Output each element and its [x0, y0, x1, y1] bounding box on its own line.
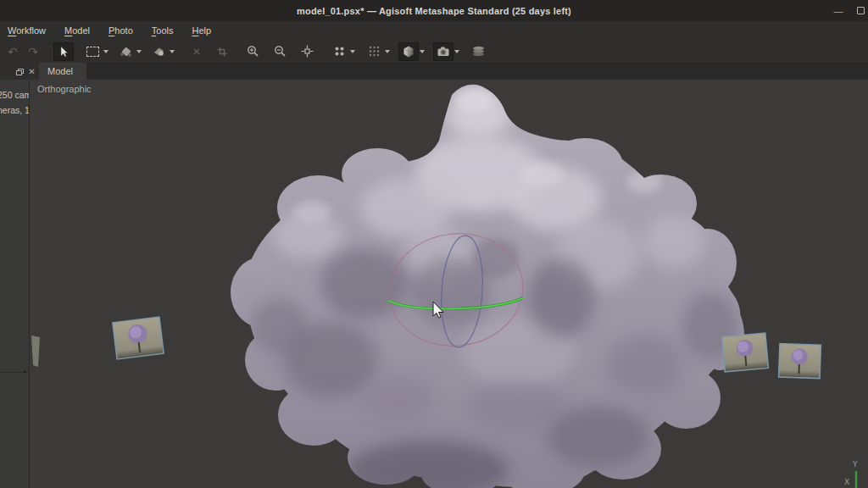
metashape-window: model_01.psx* — Agisoft Metashape Standa…	[0, 0, 868, 488]
pointer-arrow-icon	[58, 46, 70, 58]
reset-view-icon[interactable]	[297, 42, 317, 61]
selection-pointer-icon[interactable]	[53, 42, 74, 61]
restore-icon	[857, 7, 865, 14]
menu-photo[interactable]: Photo	[99, 21, 142, 40]
workspace-item-cameras[interactable]: 250 came	[0, 90, 30, 100]
dense-cloud-view-icon[interactable]	[364, 42, 384, 61]
projection-label: Orthographic	[37, 84, 92, 94]
menu-tools[interactable]: Tools	[142, 21, 183, 40]
crop-selection-icon[interactable]	[212, 42, 232, 61]
point-cloud-dropdown[interactable]	[350, 50, 355, 53]
zoom-out-icon[interactable]	[270, 42, 290, 61]
show-cameras-dropdown[interactable]	[454, 50, 459, 53]
rotate-region-icon[interactable]	[148, 42, 169, 61]
workspace-panel: 250 came neras, 14	[0, 80, 30, 488]
rotate-region-dropdown[interactable]	[170, 50, 175, 53]
menu-help[interactable]: Help	[182, 21, 220, 40]
main-toolbar: ↶ ↷ ✕	[0, 40, 868, 63]
camera-photo-1[interactable]	[112, 316, 164, 360]
mesh-model[interactable]	[212, 80, 771, 488]
float-panel-icon[interactable]	[14, 67, 24, 76]
camera-photo-2[interactable]	[721, 332, 770, 372]
tab-model[interactable]: Model	[39, 63, 86, 80]
minimize-button[interactable]: —	[827, 0, 849, 21]
workspace-item-cameras2[interactable]: neras, 14	[0, 105, 30, 115]
menu-workflow[interactable]: Workflow	[0, 21, 55, 40]
restore-button[interactable]	[849, 0, 868, 21]
undo-icon[interactable]: ↶	[3, 42, 23, 61]
axis-y-label: Y	[852, 460, 858, 469]
menu-bar: Workflow Model Photo Tools Help	[0, 21, 868, 40]
model-viewport[interactable]: Y X Orthographic	[30, 80, 868, 488]
move-region-dropdown[interactable]	[136, 50, 142, 53]
move-region-icon[interactable]	[115, 42, 136, 61]
camera-photo-3[interactable]	[778, 343, 821, 380]
axis-gizmo: Y X	[844, 460, 858, 488]
axis-x-label: X	[844, 478, 849, 486]
rectangle-selection-icon[interactable]	[82, 42, 103, 61]
title-bar: model_01.psx* — Agisoft Metashape Standa…	[0, 0, 868, 21]
panel-splitter-handle	[24, 370, 26, 373]
dense-cloud-dropdown[interactable]	[385, 50, 390, 53]
workspace-panel-header: ✕	[0, 63, 39, 80]
camera-photo-edge[interactable]	[31, 336, 40, 367]
window-title: model_01.psx* — Agisoft Metashape Standa…	[297, 6, 571, 16]
point-cloud-view-icon[interactable]	[329, 42, 349, 61]
tab-bar: ✕ Model	[0, 63, 868, 80]
menu-model[interactable]: Model	[55, 21, 99, 40]
delete-selection-icon[interactable]: ✕	[186, 42, 207, 61]
show-images-stack-icon[interactable]	[468, 42, 488, 61]
close-panel-icon[interactable]: ✕	[27, 67, 36, 76]
model-3d-scene: Y X	[30, 80, 868, 488]
rectangle-selection-dropdown[interactable]	[103, 50, 108, 53]
zoom-in-icon[interactable]	[242, 42, 263, 61]
redo-icon[interactable]: ↷	[23, 42, 43, 61]
show-cameras-icon[interactable]	[433, 42, 453, 61]
model-shaded-view-icon[interactable]	[398, 42, 419, 61]
model-view-dropdown[interactable]	[420, 50, 425, 53]
